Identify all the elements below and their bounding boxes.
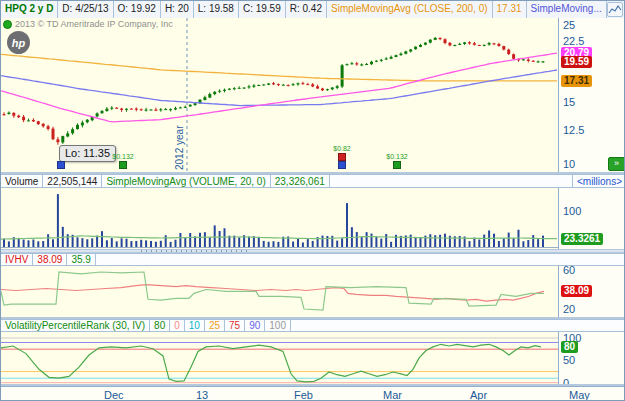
month-label: Dec (104, 389, 124, 401)
price-panel: 2012 year » 2522.51512.51020.7919.5917.3… (1, 18, 625, 172)
volume-sma-line (1, 236, 557, 239)
price-badge: 38.09 (561, 285, 592, 297)
ivhv-header: IVHV 38.09 35.9 (1, 253, 625, 266)
range-value: R: 0.42 (286, 1, 327, 18)
ivhv-hv-value: 35.9 (67, 254, 95, 265)
sma200-study-label[interactable]: SimpleMovingAvg (CLOSE, 200, 0) (327, 1, 493, 18)
status-dot-icon (3, 20, 12, 29)
volume-chart-plot[interactable] (1, 188, 558, 249)
price-badge: 19.59 (561, 56, 592, 68)
vpr-level-value: 0 (170, 320, 185, 331)
axis-tick-label: 20 (563, 303, 575, 315)
ivhv-label[interactable]: IVHV (1, 254, 33, 265)
vpr-label[interactable]: VolatilityPercentileRank (30, IV) (1, 320, 150, 331)
vpr-level-value: 25 (205, 320, 225, 331)
ivhv-iv-value: 38.09 (33, 254, 67, 265)
event-box-icon (393, 161, 401, 169)
axis-tick-label: 50 (563, 354, 575, 366)
axis-tick-label: 12.5 (563, 124, 584, 136)
price-badge: 17.31 (561, 75, 592, 87)
vpr-level-value: 90 (245, 320, 265, 331)
ivhv-panel: 602038.09 (1, 266, 625, 317)
chart-header: HPQ 2 y D D: 4/25/13 O: 19.92 H: 20 L: 1… (1, 1, 625, 19)
overlay-SMA-blue (1, 70, 557, 106)
hp-logo: hp (7, 31, 30, 54)
price-badge: 23.3261 (561, 233, 603, 245)
axis-tick-label: 60 (563, 264, 575, 276)
thinkorswim-chart-window: HPQ 2 y D D: 4/25/13 O: 19.92 H: 20 L: 1… (0, 0, 625, 401)
volume-bars-layer (3, 194, 544, 247)
axis-tick-label: 25 (563, 19, 575, 31)
month-label: Apr (470, 389, 487, 401)
price-axis: » 2522.51512.51020.7919.5917.31 (558, 18, 625, 172)
ivhv-line-HV (1, 272, 544, 310)
svg-text:2012 year: 2012 year (174, 125, 185, 170)
sma200-study-value: 17.31 (493, 1, 527, 18)
close-value: C: 19.59 (239, 1, 286, 18)
vpr-level-values: 010257590100 (170, 320, 291, 331)
event-amount-label: $0.82 (333, 145, 351, 152)
event-box-icon (57, 161, 65, 169)
symbol-label[interactable]: HPQ 2 y D (1, 1, 58, 18)
volume-label[interactable]: Volume (1, 175, 43, 187)
vpr-chart-plot[interactable] (1, 332, 558, 384)
volume-sma-label[interactable]: SimpleMovingAvg (VOLUME, 20, 0) (102, 175, 270, 187)
axis-tick-label: 10 (563, 158, 575, 170)
volume-header: Volume 22,505,144 SimpleMovingAvg (VOLUM… (1, 174, 625, 188)
time-axis: Dec13FebMarAprMay (1, 386, 625, 401)
event-amount-label: $0.132 (386, 153, 407, 160)
month-label: May (569, 389, 590, 401)
event-box-icon (338, 161, 346, 169)
axis-tick-label: 22.5 (563, 35, 584, 47)
ivhv-chart-plot[interactable] (1, 266, 558, 317)
vpr-axis: 10050080 (558, 332, 625, 384)
event-box-icon (338, 153, 346, 161)
date-value: D: 4/25/13 (58, 1, 113, 18)
corporate-event-marker[interactable]: $0.132 (386, 153, 408, 169)
vpr-level-value: 75 (225, 320, 245, 331)
vpr-line (1, 344, 541, 382)
month-label: Feb (294, 389, 313, 401)
axis-tick-label: 15 (563, 96, 575, 108)
vpr-header: VolatilityPercentileRank (30, IV) 80 010… (1, 319, 625, 332)
volume-panel: 10023.3261 (1, 188, 625, 249)
sma-study-label-truncated[interactable]: SimpleMoving... (527, 1, 607, 18)
vpr-panel: 10050080 (1, 332, 625, 384)
corporate-event-marker[interactable]: $0.82 (331, 145, 353, 169)
chart-style-button[interactable] (607, 2, 623, 17)
axis-tick-label: 100 (563, 205, 581, 217)
event-box-icon (119, 161, 127, 169)
vpr-value: 80 (150, 320, 170, 331)
low-value: L: 19.58 (194, 1, 239, 18)
splitter-handle-icon (141, 250, 251, 252)
volume-value: 22,505,144 (43, 175, 102, 187)
candles-layer (3, 37, 545, 145)
open-value: O: 19.92 (114, 1, 161, 18)
copyright-label: 2013 © TD Ameritrade IP Company, Inc (15, 19, 173, 29)
volume-units-label: <millions> (572, 175, 625, 187)
overlay-SMA-magenta (1, 53, 557, 122)
volume-axis: 10023.3261 (558, 188, 625, 249)
zigzag-chart-icon (608, 5, 622, 15)
volume-sma-value: 23,326,061 (271, 175, 330, 187)
vpr-level-value: 100 (265, 320, 291, 331)
low-price-tooltip: Lo: 11.35 (59, 145, 116, 162)
vpr-level-value: 10 (185, 320, 205, 331)
year-separator: 2012 year (174, 18, 187, 172)
scroll-to-end-button[interactable]: » (608, 157, 625, 171)
corporate-event-marker[interactable] (50, 161, 72, 169)
event-amount-label: $0.132 (112, 153, 133, 160)
ivhv-axis: 602038.09 (558, 266, 625, 317)
price-badge: 80 (561, 341, 578, 353)
month-label: 13 (196, 389, 208, 401)
corporate-event-marker[interactable]: $0.132 (112, 153, 134, 169)
month-label: Mar (383, 389, 402, 401)
copyright-text: 2013 © TD Ameritrade IP Company, Inc (3, 19, 173, 29)
high-value: H: 20 (161, 1, 194, 18)
